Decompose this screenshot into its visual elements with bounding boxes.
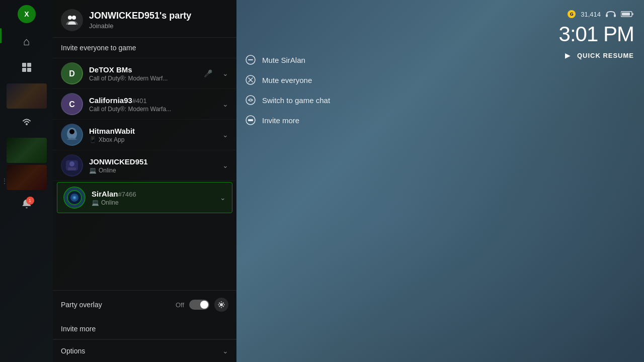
avatar-siralan bbox=[63, 187, 86, 209]
chevron-hitman: ⌄ bbox=[222, 131, 228, 139]
member-status-hitman: 📱 Xbox App bbox=[89, 136, 218, 143]
svg-text:C: C bbox=[69, 100, 75, 109]
member-tag-siralan: #7466 bbox=[118, 191, 136, 198]
laptop-icon-siralan: 💻 bbox=[92, 199, 99, 206]
svg-point-15 bbox=[69, 129, 74, 134]
member-item-hitman[interactable]: HitmanWabit 📱 Xbox App ⌄ bbox=[53, 120, 236, 150]
member-name-siralan: SirAlan#7466 bbox=[92, 190, 216, 198]
chevron-options: ⌄ bbox=[222, 347, 228, 355]
member-info-jonwicked: JONWICKED951 💻 Online bbox=[89, 157, 218, 174]
mute-siralan-label: Mute SirAlan bbox=[262, 56, 305, 64]
sidebar-active-indicator bbox=[0, 28, 2, 43]
avatar-hitman bbox=[61, 124, 83, 146]
sidebar-item-wireless[interactable] bbox=[7, 111, 47, 136]
game-thumbnail-2 bbox=[7, 138, 47, 163]
party-icon bbox=[61, 9, 83, 31]
overlay-settings-button[interactable] bbox=[214, 298, 228, 312]
member-name-hitman: HitmanWabit bbox=[89, 127, 218, 135]
quick-resume-label: QUICK RESUME bbox=[577, 52, 634, 59]
context-mute-siralan[interactable]: Mute SirAlan bbox=[239, 50, 340, 69]
svg-rect-5 bbox=[27, 68, 31, 72]
gear-icon bbox=[217, 301, 225, 309]
svg-point-30 bbox=[246, 96, 255, 105]
hud-stats-row: G 31,414 bbox=[568, 10, 634, 18]
member-item-detox[interactable]: D DeTOX BMs Call of Duty®: Modern Warf..… bbox=[53, 58, 236, 89]
svg-point-34 bbox=[252, 120, 253, 121]
controller-icon: ⋮ bbox=[1, 177, 8, 185]
mic-icon-detox: 🎤 bbox=[204, 69, 212, 77]
chevron-california: ⌄ bbox=[222, 100, 228, 108]
member-info-detox: DeTOX BMs Call of Duty®: Modern Warf... bbox=[89, 65, 218, 82]
overlay-toggle[interactable] bbox=[189, 300, 209, 310]
sidebar-item-notifications[interactable]: 1 bbox=[7, 192, 47, 217]
mute-everyone-label: Mute everyone bbox=[262, 76, 312, 84]
xbox-logo[interactable]: X bbox=[18, 5, 36, 23]
chevron-siralan: ⌄ bbox=[220, 194, 226, 202]
mute-everyone-icon bbox=[245, 74, 256, 85]
member-status-detox: Call of Duty®: Modern Warf... bbox=[89, 75, 218, 82]
phone-icon: 📱 bbox=[89, 136, 97, 143]
avatar-detox: D bbox=[61, 62, 83, 84]
member-info-hitman: HitmanWabit 📱 Xbox App bbox=[89, 127, 218, 143]
svg-rect-38 bbox=[632, 13, 633, 15]
party-joinable-status: Joinable bbox=[89, 22, 191, 30]
context-menu: Mute SirAlan Mute everyone Switch to gam… bbox=[239, 50, 340, 130]
avatar-jonwicked bbox=[61, 154, 83, 176]
member-status-california: Call of Duty®: Modern Warfa... bbox=[89, 106, 218, 113]
member-list: D DeTOX BMs Call of Duty®: Modern Warf..… bbox=[53, 58, 236, 290]
store-icon bbox=[21, 62, 32, 76]
member-item-siralan[interactable]: SirAlan#7466 💻 Online ⌄ bbox=[57, 182, 232, 213]
home-icon: ⌂ bbox=[23, 35, 30, 48]
switch-game-chat-label: Switch to game chat bbox=[262, 96, 330, 105]
sidebar-item-store[interactable] bbox=[7, 56, 47, 81]
party-header: JONWICKED951's party Joinable bbox=[53, 0, 236, 38]
quick-resume-button[interactable]: ▶ QUICK RESUME bbox=[563, 50, 634, 60]
party-panel: JONWICKED951's party Joinable Invite eve… bbox=[53, 0, 236, 362]
options-label: Options bbox=[61, 347, 218, 355]
svg-text:D: D bbox=[69, 69, 75, 78]
member-item-jonwicked[interactable]: JONWICKED951 💻 Online ⌄ bbox=[53, 150, 236, 181]
member-name-jonwicked: JONWICKED951 bbox=[89, 157, 218, 166]
overlay-off-label: Off bbox=[176, 301, 184, 309]
laptop-icon: 💻 bbox=[89, 167, 97, 174]
invite-more-button[interactable]: Invite more bbox=[53, 319, 236, 339]
svg-text:X: X bbox=[24, 10, 29, 18]
member-info-siralan: SirAlan#7466 💻 Online bbox=[92, 190, 216, 206]
sidebar-item-game1[interactable] bbox=[7, 83, 47, 109]
member-item-california[interactable]: C California93#401 Call of Duty®: Modern… bbox=[53, 89, 236, 120]
invite-everyone-button[interactable]: Invite everyone to game bbox=[53, 38, 236, 58]
context-invite-more[interactable]: Invite more bbox=[239, 111, 340, 130]
sidebar-item-game3[interactable] bbox=[7, 165, 47, 190]
party-overlay-label: Party overlay bbox=[61, 301, 176, 309]
member-info-california: California93#401 Call of Duty®: Modern W… bbox=[89, 96, 218, 113]
svg-point-24 bbox=[73, 197, 75, 199]
svg-rect-36 bbox=[614, 14, 616, 17]
avatar-california: C bbox=[61, 93, 83, 115]
chevron-jonwicked: ⌄ bbox=[222, 161, 228, 169]
svg-rect-19 bbox=[68, 167, 76, 170]
toggle-thumb bbox=[200, 301, 208, 309]
game-thumbnail-1 bbox=[7, 83, 47, 109]
party-title: JONWICKED951's party bbox=[89, 11, 191, 21]
member-tag-california: #401 bbox=[132, 97, 147, 105]
currency-amount: 31,414 bbox=[581, 11, 601, 18]
party-header-text: JONWICKED951's party Joinable bbox=[89, 11, 191, 30]
options-row[interactable]: Options ⌄ bbox=[53, 339, 236, 362]
member-name-detox: DeTOX BMs bbox=[89, 65, 218, 74]
sidebar-item-home[interactable]: ⌂ bbox=[7, 29, 47, 54]
currency-coin-icon: G bbox=[568, 10, 576, 18]
context-mute-everyone[interactable]: Mute everyone bbox=[239, 70, 340, 89]
chevron-detox: ⌄ bbox=[222, 69, 228, 77]
context-switch-game-chat[interactable]: Switch to game chat bbox=[239, 90, 340, 110]
member-name-california: California93#401 bbox=[89, 96, 218, 105]
sidebar-item-game2[interactable] bbox=[7, 138, 47, 163]
svg-rect-4 bbox=[22, 68, 26, 72]
notifications-bell-wrap: 1 bbox=[21, 199, 32, 211]
svg-point-7 bbox=[68, 16, 72, 20]
hud-top-right: G 31,414 3:01 PM ▶ QUICK RESUME bbox=[559, 10, 634, 60]
svg-rect-39 bbox=[622, 13, 630, 16]
svg-point-6 bbox=[26, 123, 28, 125]
play-icon: ▶ bbox=[563, 50, 573, 60]
member-status-siralan: 💻 Online bbox=[92, 199, 216, 206]
svg-point-8 bbox=[72, 16, 76, 20]
